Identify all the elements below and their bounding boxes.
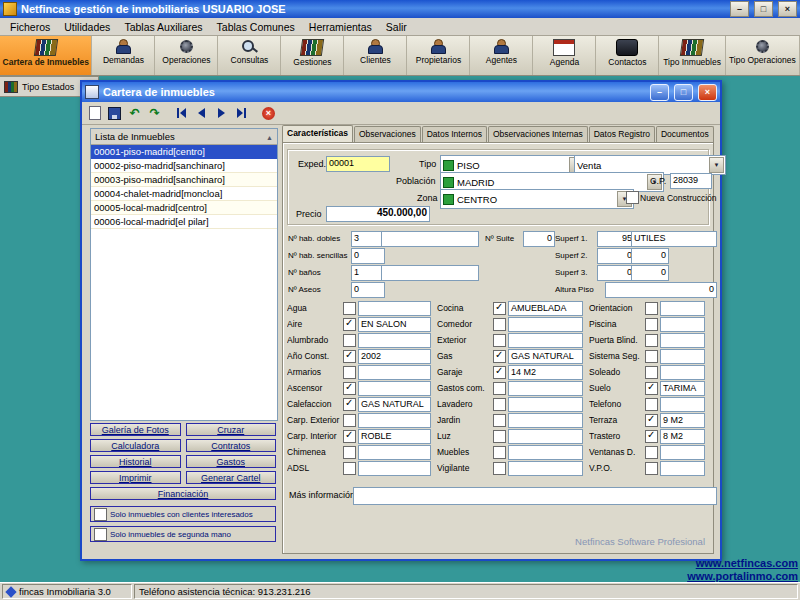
list-item[interactable]: 00004-chalet-madrid[moncloa] [91,187,277,201]
feature-field[interactable] [660,445,705,460]
toolbar-button[interactable]: Clientes [344,36,407,75]
window-maximize-icon[interactable] [674,84,693,101]
previous-record-icon[interactable] [192,104,211,122]
hab-dobles-field[interactable]: 3 [351,231,385,247]
feature-checkbox[interactable] [493,318,506,331]
superf3-field[interactable]: 0 [597,265,635,281]
feature-field[interactable] [358,301,431,316]
last-record-icon[interactable] [232,104,251,122]
feature-checkbox[interactable] [343,318,356,331]
filter-checkbox[interactable] [94,508,107,521]
toolbar-button[interactable]: Tipo Operaciones [726,36,800,75]
list-item[interactable]: 00006-local-madrid[el pilar] [91,215,277,229]
feature-field[interactable]: GAS NATURAL [358,397,431,412]
toolbar-button[interactable]: Agenda [533,36,596,75]
feature-field[interactable] [508,429,583,444]
window-close-icon[interactable] [698,84,717,101]
feature-field[interactable] [508,461,583,476]
close-icon[interactable] [778,1,797,17]
feature-checkbox[interactable] [645,382,658,395]
feature-checkbox[interactable] [493,414,506,427]
toolbar-button[interactable]: Gestiones [281,36,344,75]
next-record-icon[interactable] [212,104,231,122]
menu-item[interactable]: Ficheros [3,20,57,34]
superf1-field[interactable]: 95 [597,231,635,247]
feature-checkbox[interactable] [645,462,658,475]
toolbar-button[interactable]: Agentes [470,36,533,75]
feature-checkbox[interactable] [343,414,356,427]
toolbar-button[interactable]: Tipo Inmuebles [659,36,725,75]
feature-checkbox[interactable] [343,350,356,363]
feature-checkbox[interactable] [343,446,356,459]
feature-field[interactable] [508,413,583,428]
undo-icon[interactable] [125,104,144,122]
hab-dobles-extra-field[interactable] [381,231,479,247]
toolbar-button[interactable]: Cartera de Inmuebles [0,36,92,75]
zona-combo[interactable]: CENTRO [440,189,634,209]
feature-checkbox[interactable] [343,398,356,411]
suite-field[interactable]: 0 [523,231,555,247]
feature-field[interactable] [660,461,705,476]
superf3-extra-field[interactable]: 0 [631,265,669,281]
aseos-field[interactable]: 0 [351,282,385,298]
feature-field[interactable] [660,333,705,348]
maximize-icon[interactable] [754,1,773,17]
menu-item[interactable]: Herramientas [302,20,379,34]
website-link[interactable]: www.netfincas.com [687,557,798,570]
feature-field[interactable] [508,333,583,348]
action-button[interactable]: Historial [90,455,181,468]
menu-item[interactable]: Utilidades [57,20,117,34]
feature-checkbox[interactable] [343,334,356,347]
action-button[interactable]: Contratos [186,439,277,452]
minimize-icon[interactable] [730,1,749,17]
feature-field[interactable]: TARIMA [660,381,705,396]
sort-icon[interactable] [266,131,273,142]
feature-checkbox[interactable] [493,462,506,475]
feature-checkbox[interactable] [343,302,356,315]
feature-checkbox[interactable] [343,382,356,395]
feature-checkbox[interactable] [493,430,506,443]
cp-field[interactable]: 28039 [670,173,712,189]
feature-checkbox[interactable] [493,398,506,411]
feature-field[interactable] [508,317,583,332]
list-header[interactable]: Lista de Inmuebles [91,129,277,145]
banos-extra-field[interactable] [381,265,479,281]
delete-record-icon[interactable] [259,104,278,122]
menu-item[interactable]: Salir [379,20,414,34]
list-item[interactable]: 00003-piso-madrid[sanchinaro] [91,173,277,187]
feature-checkbox[interactable] [645,350,658,363]
action-button[interactable]: Galería de Fotos [90,423,181,436]
toolbar-button[interactable]: Consultas [218,36,281,75]
feature-field[interactable] [508,397,583,412]
feature-field[interactable] [660,301,705,316]
feature-field[interactable] [358,445,431,460]
feature-checkbox[interactable] [645,446,658,459]
redo-icon[interactable] [145,104,164,122]
superf2-field[interactable]: 0 [597,248,635,264]
feature-field[interactable]: 9 M2 [660,413,705,428]
feature-field[interactable] [358,365,431,380]
toolbar-button[interactable]: Contactos [596,36,659,75]
feature-checkbox[interactable] [493,350,506,363]
superf1-unit-field[interactable]: UTILES [631,231,717,247]
mas-informacion-field[interactable] [353,487,717,505]
feature-checkbox[interactable] [493,366,506,379]
feature-field[interactable] [660,397,705,412]
feature-checkbox[interactable] [343,462,356,475]
feature-checkbox[interactable] [645,318,658,331]
save-icon[interactable] [105,104,124,122]
feature-field[interactable]: 14 M2 [508,365,583,380]
feature-checkbox[interactable] [645,334,658,347]
feature-checkbox[interactable] [493,302,506,315]
action-button[interactable]: Gastos [186,455,277,468]
list-item[interactable]: 00005-local-madrid[centro] [91,201,277,215]
feature-field[interactable] [358,461,431,476]
first-record-icon[interactable] [172,104,191,122]
action-button[interactable]: Imprimir [90,471,181,484]
toolbar-button[interactable]: Operaciones [155,36,218,75]
window-minimize-icon[interactable] [650,84,669,101]
feature-field[interactable] [660,365,705,380]
feature-field[interactable]: 2002 [358,349,431,364]
list-item[interactable]: 00001-piso-madrid[centro] [91,145,277,159]
action-button[interactable]: Calculadora [90,439,181,452]
